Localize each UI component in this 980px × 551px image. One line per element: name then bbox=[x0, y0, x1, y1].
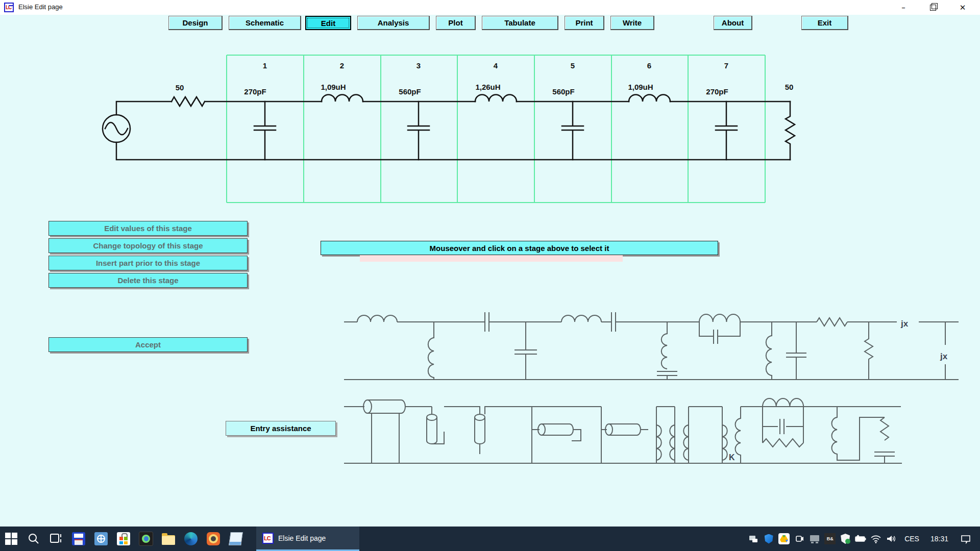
coupled-resonator-icon bbox=[832, 407, 895, 463]
sine-wave bbox=[105, 122, 128, 135]
start-button[interactable] bbox=[0, 527, 22, 551]
edge-browser-icon[interactable] bbox=[180, 527, 202, 551]
display-icon[interactable] bbox=[808, 527, 821, 551]
capture-icon[interactable] bbox=[793, 527, 805, 551]
file-explorer-icon[interactable] bbox=[157, 527, 180, 551]
entry-assistance-button[interactable]: Entry assistance bbox=[226, 421, 336, 436]
grounded-coax-stub-icon bbox=[475, 414, 485, 420]
shorted-coax-stub-icon bbox=[363, 400, 372, 413]
wifi-icon[interactable] bbox=[870, 527, 882, 551]
shunt-parallel-LC-icon bbox=[766, 322, 806, 380]
topology-palette: jx jx K bbox=[332, 306, 970, 474]
series-resistor-icon bbox=[817, 318, 847, 326]
load-impedance-label: 50 bbox=[785, 83, 794, 91]
language-indicator[interactable]: CES bbox=[900, 535, 923, 543]
taskbar-app-label: Elsie Edit page bbox=[278, 534, 326, 542]
series-LC-icon bbox=[561, 315, 611, 322]
elsie-taskbar-icon: LC bbox=[262, 533, 274, 544]
stage-region-5[interactable] bbox=[534, 55, 611, 203]
notepad-app-icon[interactable] bbox=[225, 527, 247, 551]
delete-stage-button[interactable]: Delete this stage bbox=[48, 273, 248, 288]
jx-series-label: jx bbox=[900, 319, 909, 329]
folder-icon bbox=[162, 535, 175, 545]
taskbar: LC Elsie Edit page B& CES 18:31 bbox=[0, 527, 980, 551]
instruction-message: Mouseover and click on a stage above to … bbox=[321, 241, 718, 255]
series-parallel-LC-icon bbox=[699, 314, 740, 344]
google-drive-icon[interactable] bbox=[778, 527, 790, 551]
defender-check-icon[interactable] bbox=[839, 527, 851, 551]
stage-region-3[interactable] bbox=[381, 55, 457, 203]
search-icon[interactable] bbox=[22, 527, 45, 551]
insert-part-button[interactable]: Insert part prior to this stage bbox=[48, 256, 248, 270]
edit-values-button[interactable]: Edit values of this stage bbox=[48, 221, 248, 236]
network-app-icon[interactable] bbox=[90, 527, 112, 551]
series-line-feed bbox=[532, 407, 540, 463]
open-coax-stub-icon bbox=[427, 414, 437, 420]
microsoft-store-icon[interactable] bbox=[112, 527, 135, 551]
security-shield-icon[interactable] bbox=[763, 527, 775, 551]
elsie-app-icon[interactable] bbox=[67, 527, 90, 551]
stage-region-4[interactable] bbox=[457, 55, 534, 203]
stage-region-7[interactable] bbox=[688, 55, 765, 203]
coupling-k-label: K bbox=[729, 453, 735, 462]
taskbar-app-elsie[interactable]: LC Elsie Edit page bbox=[256, 527, 359, 551]
series-capacitor-icon bbox=[485, 312, 489, 332]
tank-feed bbox=[736, 407, 901, 463]
windows-logo-icon bbox=[5, 533, 17, 545]
bang-olufsen-icon[interactable]: B& bbox=[824, 527, 836, 551]
shunt-capacitor-icon bbox=[514, 322, 537, 380]
topology-row-distributed bbox=[344, 398, 902, 463]
stage-region-2[interactable] bbox=[304, 55, 381, 203]
battery-icon[interactable] bbox=[854, 527, 867, 551]
shunt-series-LC-icon bbox=[657, 322, 677, 380]
remote-screen-icon[interactable] bbox=[135, 527, 157, 551]
elsie-window: LC Elsie Edit page – ✕ Design Schematic … bbox=[0, 0, 980, 551]
change-topology-button[interactable]: Change topology of this stage bbox=[48, 238, 248, 253]
source-impedance-label: 50 bbox=[176, 83, 184, 92]
load-resistor bbox=[786, 102, 795, 160]
cast-device-icon[interactable] bbox=[747, 527, 760, 551]
task-view-icon[interactable] bbox=[45, 527, 67, 551]
series-inductor-icon bbox=[357, 315, 397, 322]
accept-button[interactable]: Accept bbox=[48, 337, 248, 352]
viewer-app-icon[interactable] bbox=[202, 527, 225, 551]
pink-strip bbox=[360, 255, 623, 262]
clock[interactable]: 18:31 bbox=[926, 535, 952, 543]
shunt-inductor-icon bbox=[428, 322, 434, 380]
stage-region-6[interactable] bbox=[611, 55, 688, 203]
stage-region-1[interactable] bbox=[227, 55, 304, 203]
coupled-transformer-icon bbox=[683, 407, 727, 463]
transformer-icon bbox=[656, 407, 675, 463]
topology-row-lumped bbox=[344, 312, 959, 380]
parallel-RLC-tank-icon bbox=[763, 398, 803, 447]
source-resistor bbox=[172, 97, 205, 106]
shunt-resistor-icon bbox=[865, 322, 873, 380]
volume-icon[interactable] bbox=[885, 527, 897, 551]
notifications-icon[interactable] bbox=[960, 527, 972, 551]
jx-shunt-label: jx bbox=[940, 352, 948, 361]
